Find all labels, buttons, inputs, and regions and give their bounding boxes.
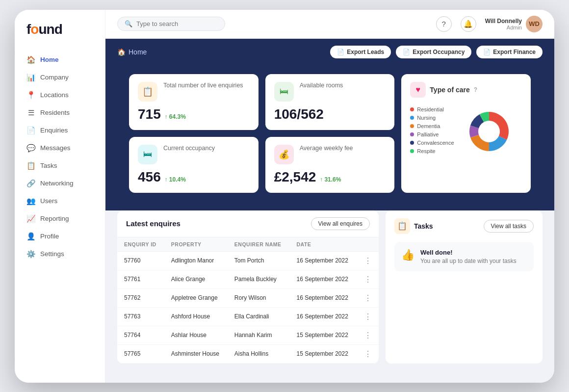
row-menu-button[interactable]: ⋮ [357, 326, 379, 344]
legend-dot [410, 124, 414, 128]
nav-icon-enquiries: 📄 [26, 126, 35, 135]
topbar-right: ? 🔔 Will Donnelly Admin WD [436, 16, 543, 32]
sidebar-item-home[interactable]: 🏠Home [15, 51, 105, 69]
search-icon: 🔍 [125, 20, 132, 27]
sidebar-item-reporting[interactable]: 📈Reporting [15, 210, 105, 228]
donut-segment-dementia [470, 134, 489, 151]
legend-item-dementia: Dementia [410, 123, 454, 129]
cell-date: 15 September 2022 [289, 344, 357, 363]
care-help-icon[interactable]: ? [474, 86, 477, 93]
stats-grid: 📋 Total number of live enquiries 715 64.… [117, 66, 543, 201]
cell-name: Hannah Karim [228, 326, 290, 344]
well-done-box: 👍 Well done! You are all up to date with… [394, 242, 534, 271]
nav-menu: 🏠Home📊Company📍Locations☰Residents📄Enquir… [15, 51, 105, 263]
row-menu-button[interactable]: ⋮ [357, 288, 379, 307]
sidebar-item-messages[interactable]: 💬Messages [15, 139, 105, 157]
row-menu-button[interactable]: ⋮ [357, 270, 379, 288]
export-finance-button[interactable]: 📄Export Finance [476, 46, 543, 58]
donut-segment-residential [489, 112, 509, 140]
care-title-label: Type of care [430, 86, 469, 94]
sidebar-item-residents[interactable]: ☰Residents [15, 104, 105, 122]
legend-label: Palliative [417, 131, 439, 137]
sidebar-item-locations[interactable]: 📍Locations [15, 86, 105, 104]
legend-dot [410, 149, 414, 153]
nav-label-tasks: Tasks [40, 162, 57, 169]
tasks-title: Tasks [414, 222, 433, 230]
sidebar-item-networking[interactable]: 🔗Networking [15, 175, 105, 192]
sidebar-item-tasks[interactable]: 📋Tasks [15, 157, 105, 175]
export-leads-icon: 📄 [337, 49, 344, 55]
stat-title-fee: Average weekly fee [300, 145, 353, 152]
stat-change-enquiries: 64.3% [165, 113, 186, 120]
nav-icon-locations: 📍 [26, 91, 35, 100]
legend-label: Convalescence [417, 140, 454, 146]
nav-label-enquiries: Enquiries [40, 127, 68, 134]
stat-value-rooms: 106/562 [274, 106, 386, 122]
stat-live-enquiries: 📋 Total number of live enquiries 715 64.… [129, 74, 259, 130]
col-actions [357, 237, 379, 251]
cell-name: Tom Portch [228, 251, 290, 270]
nav-icon-residents: ☰ [26, 108, 35, 117]
nav-label-residents: Residents [40, 109, 70, 116]
breadcrumb-icon: 🏠 [117, 48, 126, 56]
cell-id: 57763 [117, 307, 164, 326]
sidebar-item-profile[interactable]: 👤Profile [15, 228, 105, 245]
legend-dot [410, 132, 414, 136]
sidebar-item-users[interactable]: 👥Users [15, 192, 105, 210]
cell-id: 57762 [117, 288, 164, 307]
cell-name: Rory Wilson [228, 288, 290, 307]
search-box[interactable]: 🔍 [117, 17, 225, 31]
export-leads-button[interactable]: 📄Export Leads [330, 46, 391, 58]
donut-chart [462, 105, 516, 158]
page-content: 🏠 Home 📄Export Leads📄Export Occupancy📄Ex… [105, 39, 554, 383]
table-row[interactable]: 57761 Alice Grange Pamela Buckley 16 Sep… [117, 270, 379, 288]
cell-date: 16 September 2022 [289, 251, 357, 270]
table-row[interactable]: 57760 Adlington Manor Tom Portch 16 Sept… [117, 251, 379, 270]
legend-item-palliative: Palliative [410, 131, 454, 137]
stat-value-occupancy: 456 10.4% [138, 169, 250, 185]
sidebar-item-company[interactable]: 📊Company [15, 69, 105, 86]
user-menu[interactable]: Will Donnelly Admin WD [485, 16, 543, 32]
table-row[interactable]: 57762 Appletree Grange Rory Wilson 16 Se… [117, 288, 379, 307]
cell-date: 16 September 2022 [289, 288, 357, 307]
legend-item-residential: Residential [410, 106, 454, 112]
col-enquirer-name: Enquirer Name [228, 237, 290, 251]
well-done-title: Well done! [420, 249, 517, 256]
sidebar-item-settings[interactable]: ⚙️Settings [15, 245, 105, 263]
row-menu-button[interactable]: ⋮ [357, 307, 379, 326]
sidebar-item-enquiries[interactable]: 📄Enquiries [15, 122, 105, 139]
cell-property: Ashlar House [164, 326, 228, 344]
row-menu-button[interactable]: ⋮ [357, 344, 379, 363]
user-name: Will Donnelly [485, 18, 522, 25]
export-finance-icon: 📄 [483, 49, 491, 55]
cell-property: Ashminster House [164, 344, 228, 363]
legend-item-nursing: Nursing [410, 115, 454, 121]
table-row[interactable]: 57764 Ashlar House Hannah Karim 15 Septe… [117, 326, 379, 344]
nav-icon-tasks: 📋 [26, 161, 35, 170]
notifications-button[interactable]: 🔔 [461, 16, 476, 32]
table-row[interactable]: 57765 Ashminster House Aisha Hollins 15 … [117, 344, 379, 363]
col-enquiry-id: Enquiry ID [117, 237, 164, 251]
help-button[interactable]: ? [436, 16, 452, 32]
legend-label: Residential [417, 106, 443, 112]
table-header-row: Enquiry ID Property Enquirer Name Date [117, 237, 379, 251]
row-menu-button[interactable]: ⋮ [357, 251, 379, 270]
export-occupancy-button[interactable]: 📄Export Occupancy [396, 46, 471, 58]
nav-label-networking: Networking [40, 180, 74, 187]
cell-date: 16 September 2022 [289, 307, 357, 326]
stat-weekly-fee: 💰 Average weekly fee £2,542 31.6% [265, 137, 395, 193]
stat-value-fee: £2,542 31.6% [274, 169, 386, 185]
search-input[interactable] [136, 20, 218, 27]
view-all-tasks-button[interactable]: View all tasks [484, 220, 534, 233]
stat-title-occupancy: Current occupancy [163, 145, 215, 152]
avatar: WD [526, 16, 543, 32]
table-row[interactable]: 57763 Ashford House Ella Cardinali 16 Se… [117, 307, 379, 326]
legend-item-convalescence: Convalescence [410, 140, 454, 146]
nav-label-messages: Messages [40, 144, 71, 152]
nav-icon-home: 🏠 [26, 55, 35, 64]
cell-name: Pamela Buckley [228, 270, 290, 288]
enquiries-title: Latest enquires [126, 219, 181, 228]
tasks-icon: 📋 [394, 218, 410, 234]
export-buttons: 📄Export Leads📄Export Occupancy📄Export Fi… [330, 46, 543, 58]
view-all-enquiries-button[interactable]: View all enquires [311, 217, 370, 230]
